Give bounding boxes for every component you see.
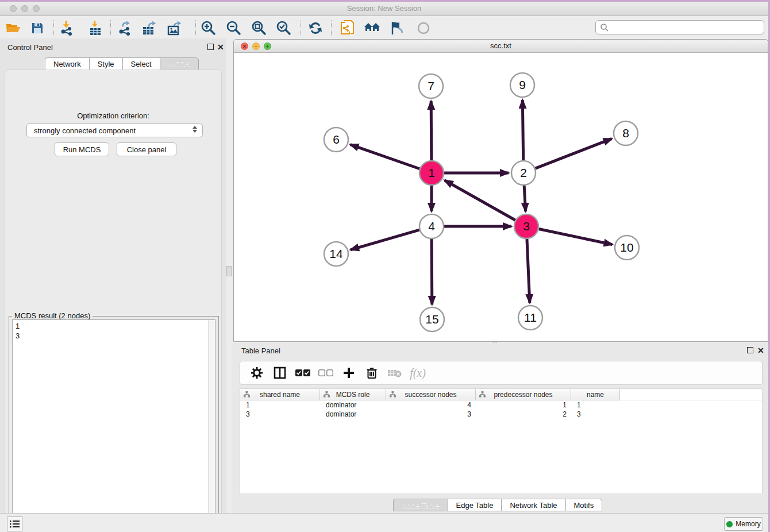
memory-button[interactable]: Memory <box>724 517 763 531</box>
svg-text:9: 9 <box>519 78 526 91</box>
export-image-icon[interactable] <box>167 20 184 36</box>
column-header-shared-name[interactable]: shared name <box>240 389 320 400</box>
table-row[interactable]: 1dominator411 <box>240 400 762 410</box>
svg-text:2: 2 <box>520 166 527 179</box>
graph-node-15[interactable]: 15 <box>420 307 444 331</box>
vertical-splitter-grip[interactable] <box>226 266 232 276</box>
float-panel-icon[interactable] <box>207 44 214 50</box>
zoom-selected-icon[interactable] <box>275 20 292 36</box>
import-network-icon[interactable] <box>59 20 76 36</box>
table-close-icon[interactable]: ✕ <box>757 346 764 355</box>
tree-column-icon <box>479 391 486 398</box>
table-cell[interactable]: 4 <box>386 400 476 410</box>
graph-node-7[interactable]: 7 <box>419 74 443 98</box>
graph-edge-3-1[interactable] <box>445 180 515 220</box>
control-panel-tabs: NetworkStyleSelectMCDS <box>45 57 199 70</box>
column-label: predecessor nodes <box>494 391 552 399</box>
network-canvas[interactable]: 7968124314101511 <box>234 53 768 341</box>
clone-network-icon[interactable] <box>339 20 356 36</box>
open-session-icon[interactable] <box>5 20 22 36</box>
table-cell[interactable]: dominator <box>320 410 386 419</box>
result-scrollbar[interactable] <box>208 320 215 529</box>
tab-style[interactable]: Style <box>89 57 122 70</box>
table-float-icon[interactable] <box>747 347 753 353</box>
search-input[interactable] <box>612 23 764 32</box>
graph-node-4[interactable]: 4 <box>419 214 444 238</box>
graph-edge-2-9[interactable] <box>522 100 523 160</box>
graph-node-11[interactable]: 11 <box>518 306 542 330</box>
graph-edge-3-10[interactable] <box>539 229 613 245</box>
graph-edge-3-11[interactable] <box>527 239 530 303</box>
save-session-icon[interactable] <box>29 20 46 36</box>
function-builder-icon: f(x) <box>410 365 425 380</box>
graph-edge-2-3[interactable] <box>524 186 525 211</box>
tab-mcds[interactable]: MCDS <box>160 57 199 70</box>
optimization-dropdown[interactable]: strongly connected component <box>26 124 203 137</box>
tab-edge-table[interactable]: Edge Table <box>448 499 502 511</box>
table-cell[interactable]: 1 <box>571 400 620 410</box>
column-header-name[interactable]: name <box>571 389 620 400</box>
graph-node-3[interactable]: 3 <box>514 214 538 238</box>
graph-edge-4-15[interactable] <box>432 239 432 304</box>
select-all-icon[interactable] <box>295 365 310 380</box>
tab-select[interactable]: Select <box>122 57 160 70</box>
flag-annotation-icon[interactable] <box>388 20 406 36</box>
graph-node-1[interactable]: 1 <box>419 161 444 185</box>
network-window-titlebar[interactable]: ✕ − + scc.txt <box>234 40 768 53</box>
result-item[interactable]: 3 <box>16 331 215 341</box>
delete-column-icon[interactable] <box>364 365 379 380</box>
import-table-icon[interactable] <box>87 20 104 36</box>
table-cell[interactable]: 1 <box>476 400 571 410</box>
graph-edge-1-7[interactable] <box>431 101 432 160</box>
table-cell[interactable]: 3 <box>240 410 320 419</box>
optimization-label: Optimization criterion: <box>5 111 221 120</box>
table-cell[interactable]: 2 <box>476 410 571 419</box>
table-settings-gear-icon[interactable] <box>249 365 264 380</box>
column-label: shared name <box>260 391 300 399</box>
zoom-out-icon[interactable] <box>225 20 242 36</box>
run-mcds-button[interactable]: Run MCDS <box>55 142 109 156</box>
table-row[interactable]: 3dominator323 <box>240 410 762 419</box>
search-field[interactable] <box>595 20 764 34</box>
table-cell[interactable]: 3 <box>571 410 620 419</box>
column-header-predecessor-nodes[interactable]: predecessor nodes <box>476 389 571 400</box>
deselect-all-icon[interactable] <box>318 365 333 380</box>
svg-text:7: 7 <box>428 79 434 92</box>
svg-text:14: 14 <box>329 247 343 260</box>
zoom-in-icon[interactable] <box>199 20 217 36</box>
tab-node-table[interactable]: Node Table <box>393 499 448 511</box>
table-panel-title: Table Panel <box>241 346 280 355</box>
mcds-result-list[interactable]: 13 <box>12 319 215 530</box>
column-chooser-icon[interactable] <box>272 365 287 380</box>
add-column-icon[interactable] <box>341 365 356 380</box>
network-window-title: scc.txt <box>234 41 768 50</box>
graph-node-2[interactable]: 2 <box>511 161 536 185</box>
export-table-icon[interactable] <box>141 20 159 36</box>
graph-node-6[interactable]: 6 <box>324 128 348 152</box>
column-header-successor-nodes[interactable]: successor nodes <box>386 389 476 400</box>
zoom-fit-icon[interactable] <box>250 20 267 36</box>
graph-node-8[interactable]: 8 <box>614 121 638 145</box>
graph-node-9[interactable]: 9 <box>510 73 534 97</box>
graph-node-14[interactable]: 14 <box>324 242 348 266</box>
graph-edge-1-6[interactable] <box>351 145 420 169</box>
graph-edge-2-8[interactable] <box>536 138 612 168</box>
graph-node-10[interactable]: 10 <box>615 236 639 260</box>
tab-network-table[interactable]: Network Table <box>501 499 565 511</box>
close-panel-button[interactable]: Close panel <box>117 142 176 156</box>
network-graph[interactable]: 7968124314101511 <box>234 53 768 341</box>
close-panel-icon[interactable]: ✕ <box>217 43 224 52</box>
refresh-layout-icon[interactable] <box>307 20 324 36</box>
home-icon[interactable] <box>364 20 381 36</box>
export-network-icon[interactable] <box>117 20 134 36</box>
table-cell[interactable]: 3 <box>386 410 476 419</box>
table-cell[interactable]: dominator <box>320 400 386 410</box>
column-header-MCDS-role[interactable]: MCDS role <box>320 389 386 400</box>
result-item[interactable]: 1 <box>16 321 215 331</box>
table-cell[interactable]: 1 <box>240 400 320 410</box>
graph-edge-4-14[interactable] <box>351 230 419 250</box>
search-icon <box>600 23 609 32</box>
task-history-button[interactable] <box>7 516 22 531</box>
tab-network[interactable]: Network <box>45 57 89 70</box>
tab-motifs[interactable]: Motifs <box>565 499 603 511</box>
